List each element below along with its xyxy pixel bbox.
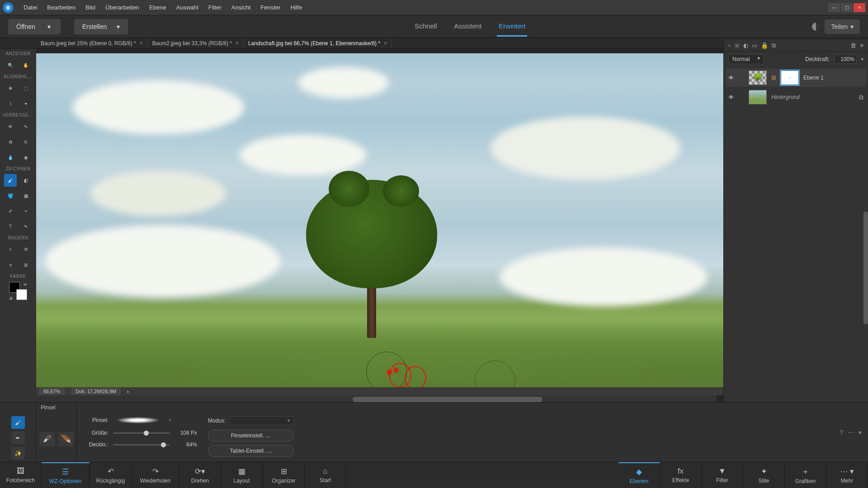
mode-tab-schnell[interactable]: Schnell <box>413 17 439 37</box>
smart-brush-tool[interactable]: ♻ <box>4 136 17 148</box>
zoom-tool[interactable]: 🔍 <box>4 59 17 71</box>
menu-ansicht[interactable]: Ansicht <box>227 2 255 13</box>
document-tab[interactable]: Baum.jpeg bei 25% (Ebene 0, RGB/8) * × <box>36 39 148 48</box>
color-swatch[interactable]: ⇄ ◪ <box>9 282 27 300</box>
document-tab[interactable]: Baum2.jpeg bei 33,3% (RGB/8) * × <box>148 39 244 48</box>
menu-datei[interactable]: Datei <box>19 2 42 13</box>
blur-tool[interactable]: 💧 <box>4 151 17 164</box>
size-value[interactable]: 108 Px <box>175 430 197 436</box>
more-icon[interactable]: ⋯ <box>848 429 854 436</box>
dock-stile[interactable]: ✦Stile <box>743 462 785 488</box>
brush-mode-impressionist[interactable]: ✒ <box>11 432 25 444</box>
collapse-icon[interactable]: ▾ <box>859 429 862 436</box>
opacity-input[interactable]: 100% <box>834 55 857 64</box>
visibility-icon[interactable]: 👁 <box>728 75 734 81</box>
menu-hilfe[interactable]: Hilfe <box>286 2 307 13</box>
dock-fotobereich[interactable]: 🖼Fotobereich <box>0 462 42 488</box>
close-icon[interactable]: × <box>384 40 387 47</box>
opacity-slider[interactable] <box>113 444 170 446</box>
dock-mehr[interactable]: ⋯ ▾Mehr <box>826 462 868 488</box>
chevron-down-icon[interactable]: ▾ <box>861 57 863 61</box>
dock-grafiken[interactable]: ＋Grafiken <box>785 462 826 488</box>
dock-ebenen[interactable]: ◆Ebenen <box>618 462 660 488</box>
link-icon[interactable]: ⧉ <box>772 42 776 49</box>
move-tool[interactable]: ✥ <box>4 82 17 94</box>
dock-rotate[interactable]: ⟳▾Drehen <box>179 462 221 488</box>
create-button[interactable]: Erstellen ▾ <box>74 19 128 34</box>
menu-ebene[interactable]: Ebene <box>145 2 171 13</box>
lock-icon[interactable]: 🔒 <box>761 42 768 49</box>
spot-heal-tool[interactable]: ✎ <box>19 120 32 133</box>
menu-bearbeiten[interactable]: Bearbeiten <box>42 2 80 13</box>
blend-mode-select[interactable]: Normal <box>728 54 764 64</box>
minimize-button[interactable]: ― <box>828 3 840 12</box>
chain-icon[interactable]: ⛓ <box>771 75 776 80</box>
brush-mode-color-replace[interactable]: ✨ <box>11 447 25 460</box>
menu-fenster[interactable]: Fenster <box>256 2 285 13</box>
crop-tool[interactable]: ⌗ <box>4 243 17 256</box>
menu-bild[interactable]: Bild <box>81 2 100 13</box>
document-tab[interactable]: Landschaft.jpg bei 66,7% (Ebene 1, Ebene… <box>244 39 392 48</box>
layer-mask-icon[interactable]: ▭ <box>752 42 757 49</box>
text-tool[interactable]: T <box>4 220 17 233</box>
eraser-tool[interactable]: ◧ <box>19 174 32 187</box>
content-aware-tool[interactable]: ⊞ <box>19 258 32 271</box>
theme-toggle-icon[interactable] <box>812 23 820 31</box>
layer-thumbnail[interactable]: 🌳 <box>749 70 767 85</box>
brush-settings-button[interactable]: Pinseleinstell. … <box>208 430 294 441</box>
brush-preset[interactable]: 🖌 <box>39 432 55 446</box>
opacity-value[interactable]: 84% <box>175 441 197 448</box>
size-slider[interactable] <box>113 432 170 434</box>
chevron-down-icon[interactable]: ▾ <box>43 23 52 30</box>
close-icon[interactable]: × <box>140 40 143 47</box>
close-icon[interactable]: × <box>236 40 239 47</box>
layer-name[interactable]: Ebene 1 <box>803 75 863 81</box>
scrollbar-thumb[interactable] <box>353 397 542 402</box>
new-layer-icon[interactable]: ▫ <box>728 42 731 49</box>
menu-auswahl[interactable]: Auswahl <box>172 2 203 13</box>
mask-thumbnail[interactable]: ▫ <box>781 70 799 85</box>
marquee-tool[interactable]: ⬚ <box>19 82 32 94</box>
canvas[interactable] <box>36 53 723 394</box>
brush-tool[interactable]: 🖌 <box>4 174 17 187</box>
dock-undo[interactable]: ↶Rückgängig <box>90 462 132 488</box>
shape-tool[interactable]: ✧ <box>19 205 32 217</box>
adjustment-layer-icon[interactable]: ◐ <box>743 42 748 49</box>
hand-tool[interactable]: ✋ <box>19 59 32 71</box>
dock-effekte[interactable]: fxEffekte <box>660 462 702 488</box>
menu-ueberarbeiten[interactable]: Überarbeiten <box>101 2 144 13</box>
lasso-tool[interactable]: ⌇ <box>4 97 17 110</box>
fill-tool[interactable]: 🪣 <box>4 189 17 202</box>
share-button[interactable]: Teilen ▾ <box>825 19 860 34</box>
brush-mode-normal[interactable]: 🖌 <box>11 416 25 429</box>
brush-preview[interactable] <box>113 416 163 424</box>
dock-start[interactable]: ⌂Start <box>305 462 346 488</box>
clone-tool[interactable]: ⎘ <box>19 136 32 148</box>
eye-tool[interactable]: 👁 <box>4 120 17 133</box>
background-color[interactable] <box>16 289 27 300</box>
help-icon[interactable]: ? <box>840 429 843 436</box>
mode-tab-assistent[interactable]: Assistent <box>452 17 483 37</box>
mode-tab-erweitert[interactable]: Erweitert <box>497 17 527 37</box>
straighten-tool[interactable]: ⤮ <box>4 258 17 271</box>
recompose-tool[interactable]: ⧉ <box>19 243 32 256</box>
brush-preset[interactable]: 🪶 <box>58 432 74 446</box>
close-button[interactable]: ✕ <box>854 3 865 12</box>
dock-layout[interactable]: ▦Layout <box>221 462 263 488</box>
sponge-tool[interactable]: ◉ <box>19 151 32 164</box>
swap-colors-icon[interactable]: ⇄ <box>24 282 27 286</box>
chevron-down-icon[interactable]: ▾ <box>169 418 171 422</box>
mode-select[interactable] <box>230 416 294 425</box>
tablet-settings-button[interactable]: Tablet-Einstell. … <box>208 445 294 457</box>
gradient-tool[interactable]: ▦ <box>19 189 32 202</box>
dock-wzoptionen[interactable]: ☰WZ-Optionen <box>42 462 90 488</box>
maximize-button[interactable]: ▢ <box>841 3 853 12</box>
dock-redo[interactable]: ↷Wiederholen <box>132 462 179 488</box>
dock-filter[interactable]: ▼Filter <box>702 462 743 488</box>
eyedropper-tool[interactable]: ✐ <box>4 205 17 217</box>
panel-menu-icon[interactable]: ≡ <box>860 42 863 49</box>
layer-thumbnail[interactable] <box>749 90 767 104</box>
layer-options-icon[interactable]: ⧉ <box>859 94 863 101</box>
trash-icon[interactable]: 🗑 <box>850 42 856 49</box>
open-button[interactable]: Öffnen ▾ <box>8 19 61 34</box>
